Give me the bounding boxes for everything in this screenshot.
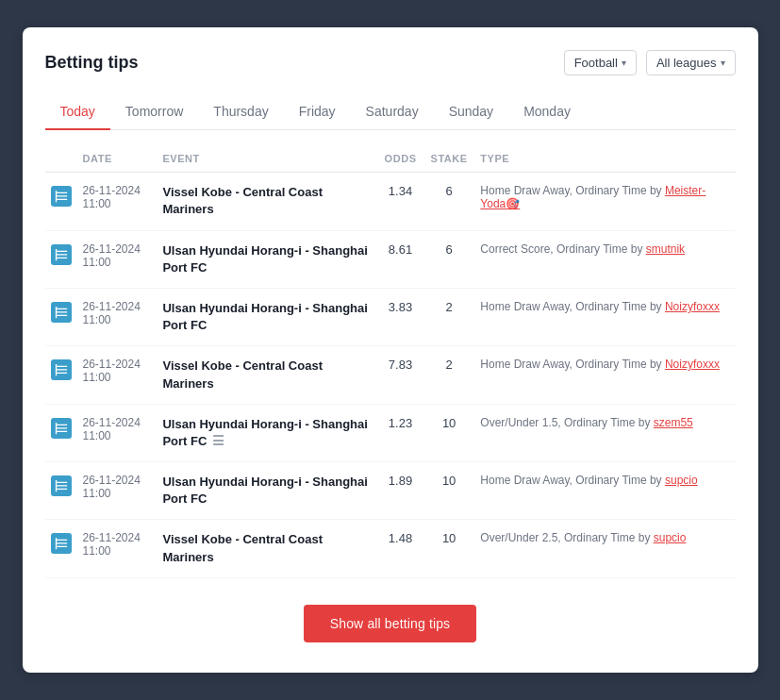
col-odds: ODDS: [377, 145, 423, 173]
sport-filter-dropdown[interactable]: Football ▾: [564, 50, 637, 75]
tab-monday[interactable]: Monday: [508, 94, 586, 130]
table-header-row: DATE EVENT ODDS STAKE TYPE: [45, 145, 736, 173]
type-cell: Home Draw Away, Ordinary Time by supcio: [474, 462, 735, 520]
type-cell: Over/Under 2.5, Ordinary Time by supcio: [474, 520, 735, 577]
type-text: Correct Score, Ordinary Time by: [480, 242, 645, 256]
date-value: 26-11-2024: [83, 474, 152, 487]
type-text: Home Draw Away, Ordinary Time by: [480, 474, 665, 487]
tip-icon: [51, 302, 72, 323]
date-value: 26-11-2024: [83, 300, 152, 313]
type-cell: Home Draw Away, Ordinary Time by Meister…: [474, 173, 735, 230]
odds-cell: 3.83: [377, 288, 423, 345]
tab-friday[interactable]: Friday: [284, 94, 351, 130]
stake-cell: 6: [423, 173, 474, 230]
date-cell: 26-11-202411:00: [77, 520, 158, 577]
card-title: Betting tips: [45, 53, 139, 73]
type-text: Home Draw Away, Ordinary Time by: [480, 358, 665, 371]
author-link[interactable]: supcio: [654, 531, 687, 544]
table-row: 26-11-202411:00Ulsan Hyundai Horang-i - …: [45, 462, 736, 520]
tip-icon: [51, 533, 72, 554]
tab-today[interactable]: Today: [45, 94, 110, 130]
tip-icon-cell: [45, 230, 77, 288]
event-name: Vissel Kobe - Central Coast Mariners: [162, 185, 323, 216]
list-icon: ☰: [212, 433, 224, 448]
author-link[interactable]: Noizyfoxxx: [665, 358, 720, 371]
tip-icon-cell: [45, 288, 77, 345]
time-value: 11:00: [83, 371, 152, 384]
tip-icon-cell: [45, 173, 77, 230]
betting-tips-table: DATE EVENT ODDS STAKE TYPE 26-11-202411:…: [45, 145, 736, 578]
league-filter-label: All leagues: [656, 56, 717, 70]
sport-filter-label: Football: [574, 56, 618, 70]
date-value: 26-11-2024: [83, 416, 152, 429]
col-event: EVENT: [157, 145, 377, 173]
odds-cell: 8.61: [377, 230, 423, 288]
betting-tips-card: Betting tips Football ▾ All leagues ▾ To…: [23, 27, 758, 673]
odds-cell: 7.83: [377, 346, 423, 404]
tip-icon-cell: [45, 462, 77, 520]
event-cell: Vissel Kobe - Central Coast Mariners: [157, 173, 377, 230]
date-cell: 26-11-202411:00: [77, 462, 158, 520]
col-stake: STAKE: [423, 145, 474, 173]
date-cell: 26-11-202411:00: [77, 288, 158, 345]
time-value: 11:00: [83, 313, 152, 326]
type-text: Home Draw Away, Ordinary Time by: [480, 184, 665, 197]
tabs-bar: TodayTomorrowThursdayFridaySaturdaySunda…: [45, 94, 736, 130]
stake-cell: 2: [423, 346, 474, 404]
table-row: 26-11-202411:00Ulsan Hyundai Horang-i - …: [45, 230, 736, 288]
type-text: Over/Under 1.5, Ordinary Time by: [480, 416, 653, 429]
tip-icon-cell: [45, 520, 77, 577]
event-name: Ulsan Hyundai Horang-i - Shanghai Port F…: [162, 301, 367, 332]
date-value: 26-11-2024: [83, 531, 152, 544]
odds-cell: 1.23: [377, 404, 423, 461]
date-value: 26-11-2024: [83, 184, 152, 197]
tip-icon: [51, 475, 72, 496]
event-cell: Ulsan Hyundai Horang-i - Shanghai Port F…: [157, 404, 377, 461]
show-all-button[interactable]: Show all betting tips: [304, 605, 476, 642]
author-link[interactable]: supcio: [665, 474, 698, 487]
card-header: Betting tips Football ▾ All leagues ▾: [45, 50, 736, 75]
col-date: DATE: [77, 145, 158, 173]
date-cell: 26-11-202411:00: [77, 404, 158, 461]
table-row: 26-11-202411:00Ulsan Hyundai Horang-i - …: [45, 404, 736, 461]
col-icon: [45, 145, 77, 173]
type-text: Home Draw Away, Ordinary Time by: [480, 300, 665, 313]
date-cell: 26-11-202411:00: [77, 346, 158, 404]
stake-cell: 10: [423, 520, 474, 577]
table-row: 26-11-202411:00Ulsan Hyundai Horang-i - …: [45, 288, 736, 345]
stake-cell: 10: [423, 462, 474, 520]
event-name: Ulsan Hyundai Horang-i - Shanghai Port F…: [162, 417, 367, 448]
type-cell: Home Draw Away, Ordinary Time by Noizyfo…: [474, 346, 735, 404]
tab-sunday[interactable]: Sunday: [434, 94, 508, 130]
odds-cell: 1.89: [377, 462, 423, 520]
event-name: Vissel Kobe - Central Coast Mariners: [162, 532, 323, 563]
author-link[interactable]: Noizyfoxxx: [665, 300, 720, 313]
tab-tomorrow[interactable]: Tomorrow: [110, 94, 198, 130]
event-cell: Ulsan Hyundai Horang-i - Shanghai Port F…: [157, 230, 377, 288]
author-link[interactable]: smutnik: [646, 242, 685, 256]
table-row: 26-11-202411:00Vissel Kobe - Central Coa…: [45, 346, 736, 404]
author-link[interactable]: szem55: [654, 416, 693, 429]
league-filter-arrow: ▾: [721, 58, 725, 68]
stake-cell: 10: [423, 404, 474, 461]
date-value: 26-11-2024: [83, 242, 152, 256]
event-cell: Ulsan Hyundai Horang-i - Shanghai Port F…: [157, 462, 377, 520]
tip-icon: [51, 359, 72, 380]
type-cell: Over/Under 1.5, Ordinary Time by szem55: [474, 404, 735, 461]
date-value: 26-11-2024: [83, 358, 152, 371]
tip-icon: [51, 244, 72, 265]
tip-icon-cell: [45, 346, 77, 404]
odds-cell: 1.34: [377, 173, 423, 230]
tab-saturday[interactable]: Saturday: [351, 94, 434, 130]
time-value: 11:00: [83, 429, 152, 442]
event-name: Vissel Kobe - Central Coast Mariners: [162, 358, 323, 390]
league-filter-dropdown[interactable]: All leagues ▾: [646, 50, 736, 75]
event-cell: Vissel Kobe - Central Coast Mariners: [157, 346, 377, 404]
date-cell: 26-11-202411:00: [77, 230, 158, 288]
stake-cell: 6: [423, 230, 474, 288]
odds-cell: 1.48: [377, 520, 423, 577]
tab-thursday[interactable]: Thursday: [198, 94, 283, 130]
time-value: 11:00: [83, 256, 152, 269]
event-cell: Vissel Kobe - Central Coast Mariners: [157, 520, 377, 577]
stake-cell: 2: [423, 288, 474, 345]
